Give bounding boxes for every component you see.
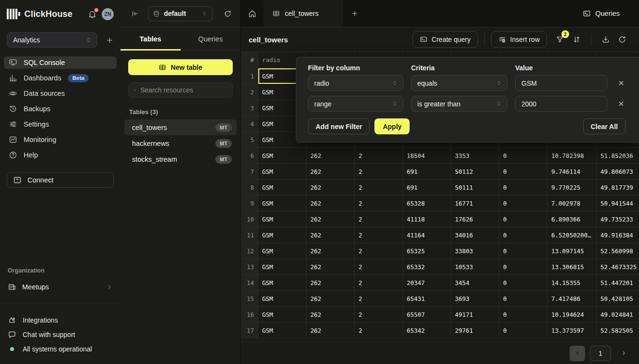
cell[interactable]: 49171 xyxy=(451,307,499,322)
cell[interactable]: 0 xyxy=(499,243,547,259)
sidebar-item-monitoring[interactable]: Monitoring xyxy=(4,133,117,146)
cell[interactable]: 2 xyxy=(355,243,403,259)
cell[interactable]: GSM xyxy=(258,243,306,259)
row-number[interactable]: 14 xyxy=(241,275,258,290)
previous-page-button[interactable] xyxy=(570,346,585,361)
cell[interactable]: 50112 xyxy=(451,164,499,179)
cell[interactable]: 262 xyxy=(306,291,355,306)
cell[interactable]: 0 xyxy=(499,180,547,195)
cell[interactable]: 262 xyxy=(306,259,355,274)
cell[interactable]: 0 xyxy=(499,227,547,243)
sidebar-item-help[interactable]: Help xyxy=(4,149,117,161)
cell[interactable]: GSM xyxy=(258,259,306,274)
filter-button[interactable]: 2 xyxy=(552,31,568,48)
cell[interactable]: 29761 xyxy=(451,323,499,338)
sidebar-item-sql-console[interactable]: SQL Console xyxy=(4,56,117,69)
refresh-button[interactable] xyxy=(614,31,630,48)
cell[interactable]: GSM xyxy=(258,164,306,179)
workspace-select[interactable]: Analytics xyxy=(7,32,97,48)
database-select[interactable]: default xyxy=(148,6,213,21)
cell[interactable]: 2 xyxy=(355,211,403,227)
row-number[interactable]: 16 xyxy=(241,307,258,322)
cell[interactable]: 262 xyxy=(306,211,355,227)
row-number[interactable]: 4 xyxy=(241,116,258,131)
cell[interactable]: 10.194624 xyxy=(547,307,597,322)
cell[interactable]: 52.560998 xyxy=(597,243,639,259)
cell[interactable]: 52.4673325 xyxy=(597,259,639,274)
cell[interactable]: 0 xyxy=(499,148,547,163)
cell[interactable]: 262 xyxy=(306,275,355,290)
home-button[interactable] xyxy=(241,0,264,27)
row-number[interactable]: 2 xyxy=(241,84,258,100)
row-number[interactable]: 5 xyxy=(241,132,258,147)
filter-value-input[interactable] xyxy=(515,75,607,91)
sort-button[interactable] xyxy=(568,31,585,48)
cell[interactable]: 51.852036 xyxy=(597,148,639,163)
row-number[interactable]: 15 xyxy=(241,291,258,306)
search-resources[interactable] xyxy=(128,82,233,98)
cell[interactable]: 262 xyxy=(306,195,355,211)
cell[interactable]: 7.417486 xyxy=(547,291,597,306)
cell[interactable]: 262 xyxy=(306,164,355,179)
user-avatar[interactable]: ZN xyxy=(102,8,114,20)
cell[interactable]: 6.890366 xyxy=(547,211,597,227)
sidebar-item-settings[interactable]: Settings xyxy=(4,118,117,130)
filter-criteria-select[interactable]: is greater than xyxy=(411,96,507,112)
cell[interactable]: 2 xyxy=(355,180,403,195)
cell[interactable]: 49.806073 xyxy=(597,164,639,179)
cell[interactable]: 13.097145 xyxy=(547,243,597,259)
row-number[interactable]: 10 xyxy=(241,211,258,227)
clear-filters-button[interactable]: Clear All xyxy=(583,118,626,134)
sidebar-item-dashboards[interactable]: Dashboards Beta xyxy=(4,72,117,84)
cell[interactable]: 65507 xyxy=(403,307,451,322)
cell[interactable]: GSM xyxy=(258,148,306,163)
cell[interactable]: GSM xyxy=(258,275,306,290)
cell[interactable]: 13.306815 xyxy=(547,259,597,274)
cell[interactable]: 691 xyxy=(403,164,451,179)
cell[interactable]: 51.447201 xyxy=(597,275,639,290)
new-tab-button[interactable] xyxy=(343,0,366,27)
cell[interactable]: 20347 xyxy=(403,275,451,290)
table-list-item-cell-towers[interactable]: cell_towers MT xyxy=(124,119,237,135)
apply-filters-button[interactable]: Apply xyxy=(374,118,410,134)
cell[interactable]: 65328 xyxy=(403,195,451,211)
cell[interactable]: 14.15355 xyxy=(547,275,597,290)
cell[interactable]: 41118 xyxy=(403,211,451,227)
cell[interactable]: 10.782398 xyxy=(547,148,597,163)
sidebar-item-meetups[interactable]: Meetups xyxy=(0,280,120,294)
cell[interactable]: 65342 xyxy=(403,323,451,338)
integrations-link[interactable]: Integrations xyxy=(0,313,120,327)
row-number[interactable]: 9 xyxy=(241,195,258,211)
cell[interactable]: 3454 xyxy=(451,275,499,290)
cell[interactable]: 41164 xyxy=(403,227,451,243)
filter-value-input[interactable] xyxy=(515,96,607,112)
download-button[interactable] xyxy=(598,31,614,48)
filter-criteria-select[interactable]: equals xyxy=(411,75,507,91)
tab-tables[interactable]: Tables xyxy=(120,27,181,50)
add-filter-button[interactable]: Add new Filter xyxy=(308,118,370,134)
remove-filter-button[interactable]: ✕ xyxy=(615,98,627,110)
cell[interactable]: 7.002978 xyxy=(547,195,597,211)
cell[interactable]: 13.373597 xyxy=(547,323,597,338)
cell[interactable]: 262 xyxy=(306,243,355,259)
create-query-button[interactable]: Create query xyxy=(413,31,478,48)
cell[interactable]: GSM xyxy=(258,227,306,243)
cell[interactable]: 3693 xyxy=(451,291,499,306)
cell[interactable]: 0 xyxy=(499,275,547,290)
cell[interactable]: 65431 xyxy=(403,291,451,306)
cell[interactable]: 691 xyxy=(403,180,451,195)
cell[interactable]: 2 xyxy=(355,164,403,179)
cell[interactable]: 49.916384 xyxy=(597,227,639,243)
row-number[interactable]: 8 xyxy=(241,180,258,195)
remove-filter-button[interactable]: ✕ xyxy=(615,77,627,90)
cell[interactable]: 65325 xyxy=(403,243,451,259)
system-status[interactable]: All systems operational xyxy=(0,342,120,356)
tab-cell-towers[interactable]: cell_towers xyxy=(264,0,343,27)
cell[interactable]: 262 xyxy=(306,323,355,338)
cell[interactable]: 10533 xyxy=(451,259,499,274)
cell[interactable]: 18504 xyxy=(403,148,451,163)
row-number[interactable]: 17 xyxy=(241,323,258,338)
row-number[interactable]: 7 xyxy=(241,164,258,179)
cell[interactable]: 49.735233 xyxy=(597,211,639,227)
cell[interactable]: GSM xyxy=(258,291,306,306)
